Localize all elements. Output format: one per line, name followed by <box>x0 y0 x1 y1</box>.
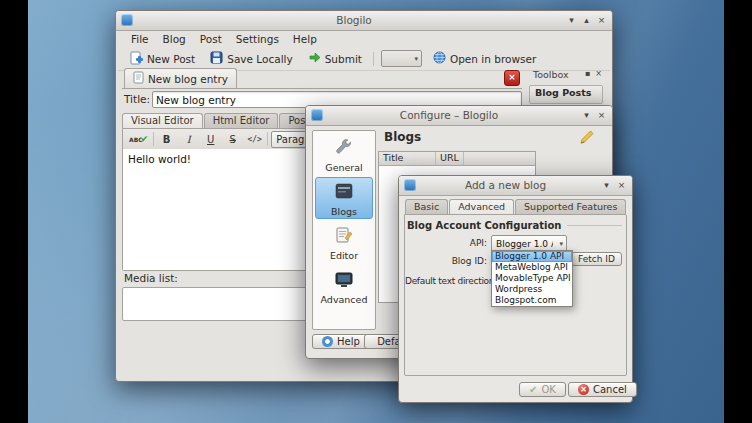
save-locally-button[interactable]: Save Locally <box>206 49 296 68</box>
strikethrough-icon: S <box>229 134 235 145</box>
ok-label: OK <box>541 384 555 395</box>
edit-pencil-icon[interactable] <box>578 128 598 148</box>
float-panel-icon[interactable]: ▪ <box>582 67 593 81</box>
check-icon: ✔ <box>141 134 149 144</box>
toolbox-titlebar[interactable]: Toolbox ▪ × <box>528 67 604 82</box>
close-icon[interactable]: × <box>595 13 608 27</box>
new-post-label: New Post <box>147 53 195 65</box>
editor-pencil-icon <box>334 225 354 249</box>
menu-blog[interactable]: Blog <box>156 32 193 46</box>
minimize-icon[interactable]: ▾ <box>600 178 613 192</box>
new-post-button[interactable]: New Post <box>125 49 199 69</box>
underline-icon: U <box>207 134 214 145</box>
column-title[interactable]: Title <box>379 152 436 165</box>
bold-button[interactable]: B <box>157 131 176 147</box>
menubar: File Blog Post Settings Help <box>118 30 610 47</box>
tab-supported-features[interactable]: Supported Features <box>515 199 626 214</box>
blog-posts-header[interactable]: Blog Posts <box>529 85 603 104</box>
entry-tabstrip: New blog entry × <box>122 69 522 89</box>
window-controls: ▾ × <box>580 108 608 122</box>
advanced-icon <box>334 269 354 293</box>
text-direction-label: Default text direction: <box>405 276 489 286</box>
check-icon: ✔ <box>529 384 537 395</box>
menu-settings[interactable]: Settings <box>229 32 286 46</box>
code-button[interactable]: </> <box>245 131 264 147</box>
add-blog-titlebar[interactable]: Add a new blog ▾ × <box>399 176 632 196</box>
bold-icon: B <box>163 134 171 145</box>
chevron-down-icon: ▾ <box>414 55 418 63</box>
configure-window-title: Configure – Blogilo <box>330 109 568 121</box>
italic-icon: I <box>187 134 191 145</box>
sidebar-item-label: Editor <box>330 250 358 261</box>
add-blog-tabs: Basic Advanced Supported Features <box>405 198 626 214</box>
tab-html-editor[interactable]: Html Editor <box>204 113 279 128</box>
sidebar-item-label: General <box>325 162 362 173</box>
sidebar-item-editor[interactable]: Editor <box>315 221 373 263</box>
media-list-label: Media list: <box>124 272 178 284</box>
api-option-blogger-10[interactable]: Blogger 1.0 API <box>492 251 572 262</box>
tab-new-blog-entry[interactable]: New blog entry <box>124 68 237 88</box>
close-panel-icon[interactable]: × <box>593 67 604 81</box>
new-post-icon <box>129 51 143 67</box>
title-label: Title: <box>124 93 150 105</box>
save-icon <box>210 51 223 66</box>
main-titlebar[interactable]: Blogilo ▾ ▴ × <box>116 11 612 31</box>
api-option-metaweblog[interactable]: MetaWeblog API <box>492 262 572 273</box>
sidebar-item-label: Advanced <box>321 294 368 305</box>
spellcheck-button[interactable]: ABC ✔ <box>127 131 150 147</box>
fetch-id-label: Fetch ID <box>578 254 615 264</box>
ok-button[interactable]: ✔ OK <box>519 382 566 397</box>
format-separator <box>153 132 154 146</box>
submit-arrow-icon <box>308 51 321 66</box>
underline-button[interactable]: U <box>201 131 220 147</box>
globe-icon <box>433 51 446 66</box>
menu-help[interactable]: Help <box>286 32 324 46</box>
api-label: API: <box>411 238 487 248</box>
section-heading: Blog Account Configuration <box>407 220 622 231</box>
section-rule <box>567 225 622 226</box>
configure-sidebar: General Blogs Editor Advanced <box>312 130 376 330</box>
tab-basic[interactable]: Basic <box>405 199 448 214</box>
api-dropdown-list: Blogger 1.0 API MetaWeblog API MovableTy… <box>491 250 573 307</box>
submit-button[interactable]: Submit <box>304 49 366 68</box>
document-icon <box>133 71 144 86</box>
minimize-icon[interactable]: ▾ <box>565 13 578 27</box>
tab-visual-editor[interactable]: Visual Editor <box>122 113 203 128</box>
tab-advanced[interactable]: Advanced <box>449 199 514 214</box>
help-button[interactable]: Help <box>312 334 370 349</box>
cancel-button[interactable]: × Cancel <box>568 382 637 397</box>
fetch-id-button[interactable]: Fetch ID <box>571 252 622 266</box>
menu-file[interactable]: File <box>124 32 156 46</box>
toolbox-controls: ▪ × <box>582 67 604 81</box>
configure-titlebar[interactable]: Configure – Blogilo ▾ × <box>306 106 612 126</box>
wrench-icon <box>334 137 354 161</box>
sidebar-item-blogs[interactable]: Blogs <box>315 177 373 219</box>
api-option-wordpress[interactable]: Wordpress <box>492 284 572 295</box>
strikethrough-button[interactable]: S <box>223 131 242 147</box>
screen: Blogilo ▾ ▴ × File Blog Post Settings He… <box>0 0 752 423</box>
maximize-icon[interactable]: ▴ <box>580 13 593 27</box>
toolbar-combobox[interactable]: ▾ <box>381 50 422 67</box>
help-label: Help <box>337 336 360 347</box>
cancel-label: Cancel <box>593 384 627 395</box>
menu-post[interactable]: Post <box>193 32 229 46</box>
column-url[interactable]: URL <box>436 152 464 165</box>
blogs-table-header: Title URL <box>379 152 535 166</box>
close-icon[interactable]: × <box>595 108 608 122</box>
api-option-blogspot[interactable]: Blogspot.com <box>492 295 572 306</box>
code-icon: </> <box>247 135 261 144</box>
open-in-browser-button[interactable]: Open in browser <box>429 49 540 68</box>
minimize-icon[interactable]: ▾ <box>580 108 593 122</box>
blogilo-app-icon <box>404 179 416 191</box>
close-tab-button[interactable]: × <box>504 70 520 86</box>
blogs-icon <box>334 181 354 205</box>
toolbox-title: Toolbox <box>533 69 569 80</box>
api-option-movabletype[interactable]: MovableType API <box>492 273 572 284</box>
save-locally-label: Save Locally <box>227 53 292 65</box>
sidebar-item-general[interactable]: General <box>315 133 373 175</box>
sidebar-item-advanced[interactable]: Advanced <box>315 265 373 307</box>
section-title: Blog Account Configuration <box>407 220 561 231</box>
close-icon[interactable]: × <box>615 178 628 192</box>
italic-button[interactable]: I <box>179 131 198 147</box>
submit-label: Submit <box>325 53 362 65</box>
